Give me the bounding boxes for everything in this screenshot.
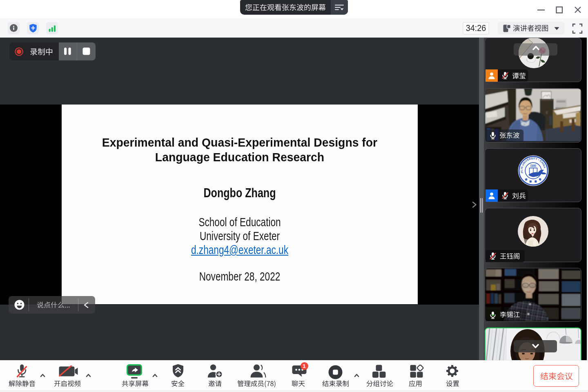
svg-text:1946: 1946 bbox=[531, 165, 535, 167]
